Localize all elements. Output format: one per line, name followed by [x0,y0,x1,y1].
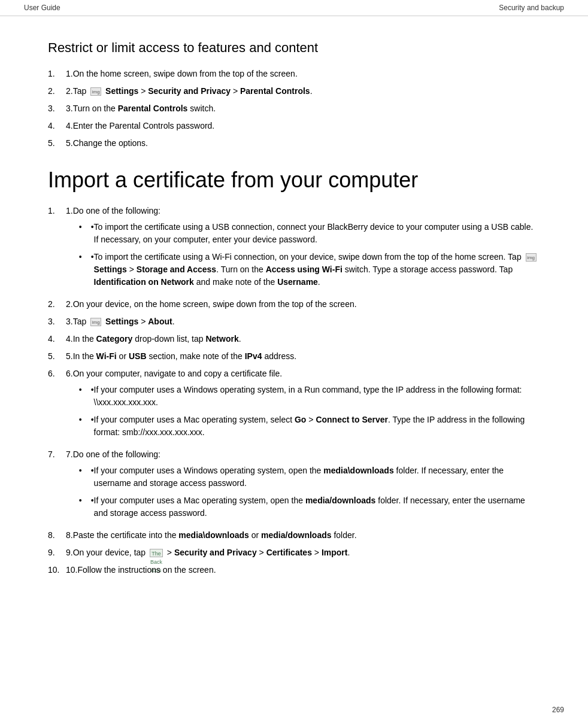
bold-text: Access using Wi-Fi [266,265,343,274]
section2-list: 1. Do one of the following: • To import … [48,205,540,576]
list-item-content: On your computer, navigate to and copy a… [73,367,540,444]
bullet-content: To import the certificate using a USB co… [94,221,540,246]
list-item-content: Paste the certificate into the media\dow… [73,529,540,542]
image-icon: img [526,253,537,262]
bullet-list: • To import the certificate using a USB … [79,221,540,288]
list-item: 5. Change the options. [48,137,540,150]
bullet-content: If your computer uses a Mac operating sy… [94,494,540,520]
list-item: 7. Do one of the following: • If your co… [48,448,540,524]
bold-text: Identification on Network [94,277,194,287]
list-item: • To import the certificate using a USB … [79,221,540,246]
list-item: • If your computer uses a Mac operating … [79,414,540,439]
list-item-content: On your device, tap The Back icon > Secu… [73,546,540,559]
bold-text: Parental Controls [240,86,310,96]
list-number: 5. [66,350,73,363]
list-item-content: Do one of the following: • To import the… [73,205,540,293]
list-item-content: Follow the instructions on the screen. [77,564,540,576]
bold-text: Wi-Fi [96,351,117,361]
section-import-certificate: Import a certificate from your computer … [48,168,540,576]
list-item: 2. On your device, on the home screen, s… [48,298,540,311]
list-item: 3. Tap img Settings > About. [48,315,540,328]
bullet-list: • If your computer uses a Windows operat… [79,464,540,520]
list-item-content: On the home screen, swipe down from the … [73,68,540,80]
bold-text: Security and Privacy [148,86,231,96]
list-item-content: On your device, on the home screen, swip… [73,298,540,311]
list-item: • If your computer uses a Windows operat… [79,464,540,490]
list-item: • To import the certificate using a Wi-F… [79,251,540,288]
list-item: • If your computer uses a Mac operating … [79,494,540,520]
list-number: 4. [66,120,73,132]
list-number: 9. [66,546,73,559]
bullet-content: To import the certificate using a Wi-Fi … [94,251,540,288]
bold-text: Settings [94,265,127,274]
list-number: 4. [66,333,73,345]
list-item-content: Turn on the Parental Controls switch. [73,102,540,115]
list-item: 10. Follow the instructions on the scree… [48,564,540,576]
list-item-content: Enter the Parental Controls password. [73,120,540,132]
section2-title: Import a certificate from your computer [48,168,540,193]
list-item: 8. Paste the certificate into the media\… [48,529,540,542]
bullet-content: If your computer uses a Mac operating sy… [94,414,540,439]
bullet-content: If your computer uses a Windows operatin… [94,464,540,490]
bold-text: Connect to Server [316,415,388,424]
bold-text: IPv4 [245,351,262,361]
list-number: 5. [66,137,73,150]
list-item-content: Tap img Settings > About. [73,315,540,328]
bold-text: Network [205,334,238,344]
header-right: Security and backup [499,4,564,12]
list-item-content: Tap img Settings > Security and Privacy … [73,85,540,98]
bold-text: media\downloads [323,466,393,475]
bold-text: Go [295,415,306,424]
bold-text: Security and Privacy [174,548,257,557]
list-number: 2. [66,85,73,98]
list-item: 2. Tap img Settings > Security and Priva… [48,85,540,98]
bold-text: Username [277,277,318,287]
list-item: 1. Do one of the following: • To import … [48,205,540,293]
bold-text: Parental Controls [118,104,188,113]
list-number: 1. [66,68,73,80]
list-item-content: Change the options. [73,137,540,150]
image-icon: img [90,87,101,96]
list-number: 3. [66,315,73,328]
list-number: 2. [66,298,73,311]
bold-text: media\downloads [178,530,248,540]
list-item-content: Do one of the following: • If your compu… [73,448,540,524]
section1-title: Restrict or limit access to features and… [48,40,540,56]
list-number: 8. [66,529,73,542]
list-item: • If your computer uses a Windows operat… [79,384,540,409]
list-item: 3. Turn on the Parental Controls switch. [48,102,540,115]
section1-list: 1. On the home screen, swipe down from t… [48,68,540,150]
page-footer: 269 [552,706,564,714]
header-left: User Guide [24,4,60,12]
page-header: User Guide Security and backup [0,0,588,16]
section-restrict: Restrict or limit access to features and… [48,40,540,150]
image-icon: img [90,318,101,326]
bullet-content: If your computer uses a Windows operatin… [94,384,540,409]
back-icon: The Back icon [150,549,163,557]
bold-text: Category [96,334,133,344]
bold-text: Settings [105,86,138,96]
page-number: 269 [552,706,564,714]
bold-text: About [148,317,172,326]
list-number: 6. [66,367,73,444]
bold-text: Certificates [266,548,312,557]
list-item: 6. On your computer, navigate to and cop… [48,367,540,444]
bullet-list: • If your computer uses a Windows operat… [79,384,540,439]
list-item-content: In the Wi-Fi or USB section, make note o… [73,350,540,363]
list-item-content: In the Category drop-down list, tap Netw… [73,333,540,345]
bold-text: media/downloads [261,530,331,540]
bold-text: Import [322,548,348,557]
list-item: 4. In the Category drop-down list, tap N… [48,333,540,345]
list-number: 1. [66,205,73,293]
bold-text: Storage and Access [137,265,216,274]
bold-text: USB [129,351,147,361]
list-item: 9. On your device, tap The Back icon > S… [48,546,540,559]
list-item: 5. In the Wi-Fi or USB section, make not… [48,350,540,363]
list-number: 3. [66,102,73,115]
list-item: 4. Enter the Parental Controls password. [48,120,540,132]
list-number: 10. [66,564,77,576]
list-number: 7. [66,448,73,524]
bold-text: Settings [105,317,138,326]
bold-text: media/downloads [305,496,375,505]
list-item: 1. On the home screen, swipe down from t… [48,68,540,80]
